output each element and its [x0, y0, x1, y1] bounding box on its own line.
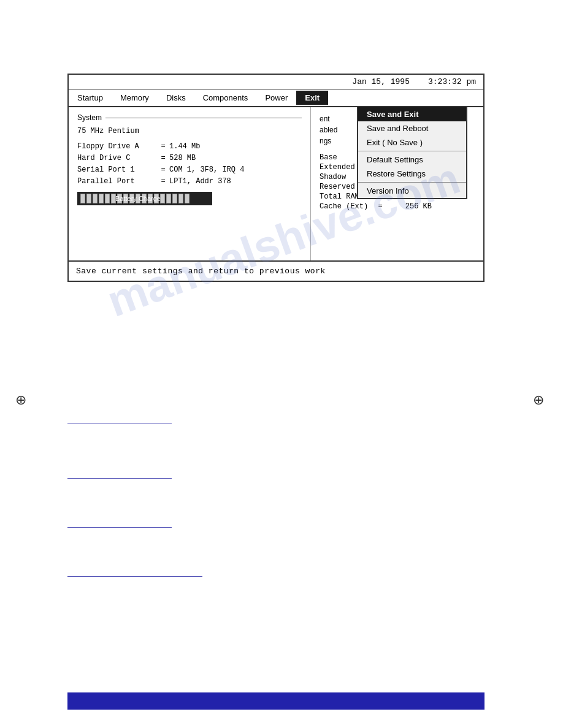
battery-seg-18: [185, 194, 190, 203]
processor-row: 75 MHz Pentium: [77, 127, 302, 135]
floppy-eq: =: [157, 142, 169, 151]
menu-disks[interactable]: Disks: [158, 91, 194, 105]
battery-seg-2: [86, 194, 91, 203]
battery-seg-16: [172, 194, 177, 203]
menu-memory[interactable]: Memory: [112, 91, 158, 105]
hdd-eq: =: [157, 154, 169, 162]
datetime-bar: Jan 15, 1995 3:23:32 pm: [69, 75, 483, 89]
battery-seg-14: [160, 194, 165, 203]
battery-bar: Battery Charge: [77, 192, 212, 205]
parallel-value: LPT1, Addr 378: [169, 177, 302, 186]
time-display: 3:23:32 pm: [428, 77, 476, 86]
left-panel: System 75 MHz Pentium Floppy Drive A = 1…: [69, 107, 311, 260]
mem-cache-row: Cache (Ext) = 256 KB: [320, 202, 475, 211]
dropdown-save-reboot[interactable]: Save and Reboot: [358, 121, 466, 135]
menu-components[interactable]: Components: [194, 91, 257, 105]
dropdown-default-settings[interactable]: Default Settings: [358, 153, 466, 167]
dropdown-menu: Save and Exit Save and Reboot Exit ( No …: [357, 106, 467, 199]
battery-seg-1: [80, 194, 85, 203]
menu-bar: Startup Memory Disks Components Power Ex…: [69, 89, 483, 107]
floppy-label: Floppy Drive A: [77, 142, 157, 151]
floppy-value: 1.44 Mb: [169, 142, 302, 151]
footer-bar: [67, 692, 484, 710]
parallel-eq: =: [157, 177, 169, 186]
menu-startup[interactable]: Startup: [69, 91, 112, 105]
crosshair-top-left: [15, 392, 30, 407]
menu-power[interactable]: Power: [256, 91, 296, 105]
serial-label: Serial Port 1: [77, 165, 157, 174]
battery-seg-5: [105, 194, 110, 203]
hdd-label: Hard Drive C: [77, 154, 157, 162]
battery-section: Battery Charge: [77, 192, 302, 205]
hline-1: [67, 423, 172, 423]
serial-eq: =: [157, 165, 169, 174]
dropdown-restore-settings[interactable]: Restore Settings: [358, 167, 466, 181]
system-panel-title: System: [77, 113, 302, 122]
battery-label: Battery Charge: [115, 195, 161, 202]
serial-row: Serial Port 1 = COM 1, 3F8, IRQ 4: [77, 165, 302, 174]
menu-exit[interactable]: Exit: [296, 91, 328, 105]
processor-value: 75 MHz Pentium: [77, 127, 139, 135]
crosshair-top-right: [533, 392, 548, 407]
dropdown-save-exit[interactable]: Save and Exit: [358, 107, 466, 121]
dropdown-version-info[interactable]: Version Info: [358, 184, 466, 198]
hdd-row: Hard Drive C = 528 MB: [77, 154, 302, 162]
dropdown-divider-1: [358, 151, 466, 151]
hdd-value: 528 MB: [169, 154, 302, 162]
status-bar: Save current settings and return to prev…: [69, 260, 483, 281]
mem-cache-label: Cache (Ext): [320, 202, 375, 211]
battery-seg-17: [178, 194, 183, 203]
status-text: Save current settings and return to prev…: [76, 267, 326, 276]
battery-seg-15: [166, 194, 171, 203]
serial-value: COM 1, 3F8, IRQ 4: [169, 165, 302, 174]
date-display: Jan 15, 1995: [352, 77, 410, 86]
mem-cache-value: 256 KB: [386, 202, 432, 211]
dropdown-exit-nosave[interactable]: Exit ( No Save ): [358, 135, 466, 150]
hline-4: [67, 576, 202, 577]
battery-seg-4: [99, 194, 104, 203]
hline-2: [67, 478, 172, 479]
bios-window: Jan 15, 1995 3:23:32 pm Startup Memory D…: [67, 74, 484, 282]
hline-3: [67, 527, 172, 528]
parallel-row: Parallel Port = LPT1, Addr 378: [77, 177, 302, 186]
battery-seg-3: [93, 194, 98, 203]
dropdown-divider-2: [358, 182, 466, 183]
floppy-row: Floppy Drive A = 1.44 Mb: [77, 142, 302, 151]
parallel-label: Parallel Port: [77, 177, 157, 186]
mem-cache-eq: =: [375, 202, 386, 211]
